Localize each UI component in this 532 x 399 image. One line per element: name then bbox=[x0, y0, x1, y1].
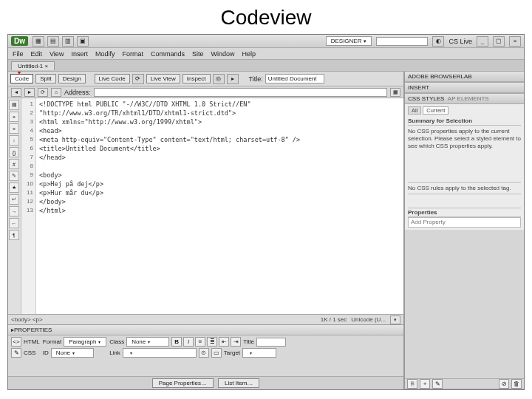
view-toolbar: Code Split Design Live Code ⟳ Live View … bbox=[8, 72, 403, 86]
max-icon[interactable]: ▢ bbox=[493, 36, 505, 47]
properties-header[interactable]: ▸ PROPERTIES bbox=[8, 325, 403, 335]
line-num-icon[interactable]: # bbox=[9, 159, 19, 169]
html-mode-label: HTML bbox=[24, 338, 40, 345]
open-docs-icon[interactable]: ▤ bbox=[9, 100, 19, 110]
link-point-icon[interactable]: ⊙ bbox=[199, 348, 209, 358]
wrap-icon[interactable]: ↵ bbox=[9, 194, 19, 205]
document-tabs: Untitled-1 × bbox=[8, 60, 524, 72]
link-folder-icon[interactable]: ▭ bbox=[211, 348, 222, 358]
liveview-button[interactable]: Live View bbox=[146, 74, 180, 83]
add-property-row[interactable]: Add Property bbox=[408, 217, 521, 228]
status-size: 1K / 1 sec bbox=[321, 316, 347, 323]
ol-button[interactable]: ≣ bbox=[207, 337, 217, 347]
italic-button[interactable]: I bbox=[183, 337, 194, 347]
page-properties-button[interactable]: Page Properties… bbox=[152, 378, 214, 388]
menu-modify[interactable]: Modify bbox=[95, 50, 115, 58]
css-current-tab[interactable]: Current bbox=[423, 106, 449, 115]
summary-header: Summary for Selection bbox=[408, 117, 521, 126]
menu-view[interactable]: View bbox=[50, 50, 64, 58]
dw-logo: Dw bbox=[11, 36, 28, 46]
browserlab-panel-header[interactable]: ADOBE BROWSERLAB bbox=[405, 72, 524, 82]
bold-button[interactable]: B bbox=[171, 337, 182, 347]
css-mode-label: CSS bbox=[24, 349, 35, 356]
menu-window[interactable]: Window bbox=[211, 50, 234, 58]
multiscreen-icon[interactable]: ◎ bbox=[213, 74, 225, 84]
browser-icon[interactable]: ▸ bbox=[227, 74, 239, 84]
id-select[interactable]: None bbox=[51, 348, 94, 358]
select-parent-icon[interactable]: ↑ bbox=[9, 135, 19, 146]
menu-commands[interactable]: Commands bbox=[151, 50, 185, 58]
format-icon[interactable]: ¶ bbox=[9, 230, 19, 240]
line-gutter: 12345678910111213 bbox=[21, 98, 36, 314]
design-view-button[interactable]: Design bbox=[58, 74, 86, 83]
layout-icon-2[interactable]: ▤ bbox=[47, 36, 59, 47]
ul-button[interactable]: ≡ bbox=[195, 337, 205, 347]
menu-site[interactable]: Site bbox=[192, 50, 204, 58]
css-trash-icon[interactable]: 🗑 bbox=[511, 379, 522, 389]
ap-elements-tab[interactable]: AP ELEMENTS bbox=[448, 95, 489, 102]
css-panel-header[interactable]: CSS STYLES AP ELEMENTS bbox=[405, 94, 524, 104]
workspace-select[interactable]: DESIGNER bbox=[326, 36, 372, 46]
options-icon[interactable]: ▦ bbox=[390, 88, 400, 97]
target-select[interactable] bbox=[242, 348, 276, 358]
syntax-icon[interactable]: ★ bbox=[9, 183, 19, 193]
indent-icon[interactable]: → bbox=[9, 206, 19, 216]
page-buttons-row: Page Properties… List Item… bbox=[8, 376, 403, 389]
expand-icon[interactable]: « bbox=[9, 123, 19, 134]
list-item-button[interactable]: List Item… bbox=[218, 378, 259, 388]
layout-icon-4[interactable]: ▣ bbox=[77, 36, 89, 47]
css-attach-icon[interactable]: ⎘ bbox=[407, 379, 417, 389]
cslive-icon[interactable]: ◐ bbox=[432, 36, 444, 47]
css-mode-button[interactable]: ✎ bbox=[11, 348, 21, 358]
css-all-tab[interactable]: All bbox=[408, 106, 421, 115]
code-text[interactable]: <!DOCTYPE html PUBLIC "-//W3C//DTD XHTML… bbox=[36, 98, 403, 314]
title-prop-input[interactable] bbox=[256, 338, 286, 347]
menu-format[interactable]: Format bbox=[122, 50, 143, 58]
home-icon[interactable]: ⌂ bbox=[51, 88, 61, 97]
outdent-button[interactable]: ⇤ bbox=[219, 337, 229, 347]
title-prop-label: Title bbox=[243, 338, 254, 345]
layout-icon-1[interactable]: ▦ bbox=[33, 36, 44, 47]
inspect-toggle-icon[interactable]: ⟳ bbox=[132, 74, 144, 84]
html-mode-button[interactable]: <> bbox=[11, 337, 21, 347]
summary-text: No CSS properties apply to the current s… bbox=[408, 126, 521, 152]
code-editor[interactable]: ▤ » « ↑ {} # ✎ ★ ↵ → ← ¶ 123456789101112… bbox=[8, 98, 403, 314]
back-icon[interactable]: ◄ bbox=[11, 88, 21, 97]
layout-icon-3[interactable]: ▥ bbox=[62, 36, 74, 47]
search-input[interactable] bbox=[376, 37, 428, 46]
balance-icon[interactable]: {} bbox=[9, 147, 19, 157]
status-dropdown-icon[interactable]: ▾ bbox=[390, 316, 400, 324]
code-view-button[interactable]: Code bbox=[10, 74, 33, 83]
inspect-button[interactable]: Inspect bbox=[183, 74, 211, 83]
link-select[interactable] bbox=[123, 348, 197, 358]
status-encoding: Unicode (U... bbox=[351, 316, 386, 323]
min-icon[interactable]: _ bbox=[477, 36, 488, 47]
tag-path[interactable]: <body> <p> bbox=[11, 316, 43, 323]
code-tool-strip: ▤ » « ↑ {} # ✎ ★ ↵ → ← ¶ bbox=[8, 98, 21, 314]
refresh-icon[interactable]: ⟳ bbox=[38, 88, 48, 97]
css-edit-icon[interactable]: ✎ bbox=[432, 379, 443, 389]
menu-help[interactable]: Help bbox=[242, 50, 256, 58]
forward-icon[interactable]: ► bbox=[24, 88, 35, 97]
menu-edit[interactable]: Edit bbox=[31, 50, 43, 58]
collapse-icon[interactable]: » bbox=[9, 112, 19, 122]
title-field[interactable]: Untitled Document bbox=[265, 74, 324, 83]
address-input[interactable] bbox=[94, 88, 387, 97]
css-disable-icon[interactable]: ⊘ bbox=[499, 379, 509, 389]
format-select[interactable]: Paragraph bbox=[64, 337, 106, 347]
right-panel-dock: ADOBE BROWSERLAB INSERT CSS STYLES AP EL… bbox=[404, 72, 524, 389]
outdent-icon[interactable]: ← bbox=[9, 218, 19, 228]
link-label: Link bbox=[109, 349, 120, 356]
cslive-label: CS Live bbox=[449, 38, 472, 45]
split-view-button[interactable]: Split bbox=[35, 74, 56, 83]
close-icon[interactable]: × bbox=[509, 36, 521, 47]
menu-insert[interactable]: Insert bbox=[71, 50, 88, 58]
indent-button[interactable]: ⇥ bbox=[231, 337, 241, 347]
document-tab[interactable]: Untitled-1 × bbox=[11, 61, 55, 70]
livecode-button[interactable]: Live Code bbox=[95, 74, 130, 83]
insert-panel-header[interactable]: INSERT bbox=[405, 83, 524, 93]
class-select[interactable]: None bbox=[126, 337, 169, 347]
menu-file[interactable]: File bbox=[13, 50, 24, 58]
highlight-icon[interactable]: ✎ bbox=[9, 171, 19, 181]
css-new-icon[interactable]: + bbox=[420, 379, 430, 389]
